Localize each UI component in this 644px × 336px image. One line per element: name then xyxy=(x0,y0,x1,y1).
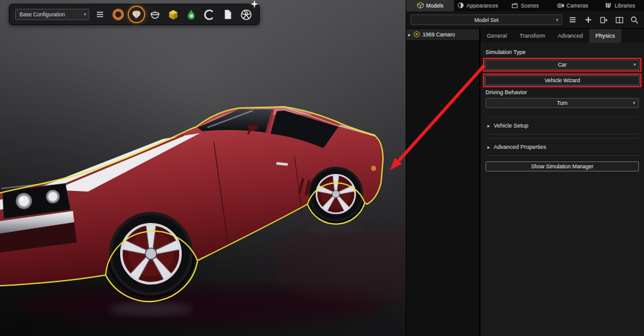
chevron-down-icon: ▾ xyxy=(633,100,635,106)
sparkle-icon xyxy=(250,0,258,11)
chevron-down-icon: ▾ xyxy=(84,12,86,17)
tab-general[interactable]: General xyxy=(480,29,513,43)
list-icon[interactable] xyxy=(92,7,108,22)
section-vehicle-setup[interactable]: ▸ Vehicle Setup xyxy=(486,117,639,134)
annotation-highlight-vehicle-wizard: Vehicle Wizard xyxy=(483,73,641,87)
cube-icon[interactable] xyxy=(165,7,180,22)
section-advanced-properties[interactable]: ▸ Advanced Properties xyxy=(486,138,639,156)
configuration-dropdown[interactable]: Base Configuration ▾ xyxy=(15,9,89,20)
properties-panel: General Transform Advanced Physics Simul… xyxy=(480,29,644,336)
tab-appearances[interactable]: Appearances xyxy=(454,0,502,11)
pot-icon[interactable] xyxy=(147,7,162,22)
tab-advanced[interactable]: Advanced xyxy=(552,29,589,43)
viewport-scene[interactable] xyxy=(0,0,406,336)
simulation-type-value: Car xyxy=(558,62,567,68)
tab-scenes[interactable]: Scenes xyxy=(501,0,549,11)
scene-clapper-icon xyxy=(511,2,518,10)
scene-tree-panel: ▸ 1969 Camaro xyxy=(406,29,480,336)
add-icon[interactable] xyxy=(583,15,593,25)
application-window: Base Configuration ▾ xyxy=(0,0,644,336)
page-icon[interactable] xyxy=(220,7,235,22)
tab-scenes-label: Scenes xyxy=(521,3,538,9)
layout-panes-icon[interactable] xyxy=(614,15,625,25)
export-icon[interactable] xyxy=(599,15,609,25)
brain-icon[interactable] xyxy=(129,7,144,22)
tree-item-label: 1969 Camaro xyxy=(423,31,455,38)
tab-cameras-label: Cameras xyxy=(567,3,588,9)
expand-caret-icon[interactable]: ▸ xyxy=(408,32,411,38)
tree-item-camaro[interactable]: ▸ 1969 Camaro xyxy=(406,29,479,40)
collapse-caret-icon: ▸ xyxy=(487,123,490,129)
list-options-icon[interactable] xyxy=(568,15,578,25)
library-books-icon xyxy=(605,2,612,10)
appearance-sphere-icon xyxy=(457,2,464,10)
arc-rotate-icon[interactable] xyxy=(202,7,217,22)
driving-behavior-dropdown[interactable]: Turn ▾ xyxy=(486,98,639,108)
simulation-type-dropdown[interactable]: Car ▾ xyxy=(485,60,640,70)
tab-models[interactable]: Models xyxy=(406,0,454,11)
panel-main: ▸ 1969 Camaro General Transform Advanced… xyxy=(406,29,644,336)
tab-appearances-label: Appearances xyxy=(467,3,498,9)
tab-libraries[interactable]: Libraries xyxy=(596,0,644,11)
model-set-value: Model Set xyxy=(474,17,498,23)
models-cube-icon xyxy=(417,2,424,10)
chevron-down-icon: ▾ xyxy=(633,62,636,67)
vehicle-wizard-button[interactable]: Vehicle Wizard xyxy=(485,75,640,85)
driving-behavior-label: Driving Behavior xyxy=(486,89,639,95)
camera-icon xyxy=(557,2,564,10)
viewport-3d[interactable]: Base Configuration ▾ xyxy=(0,0,406,336)
model-hexagon-icon xyxy=(413,31,420,39)
material-drop-icon[interactable] xyxy=(184,7,199,22)
driving-behavior-value: Turn xyxy=(557,100,567,106)
physics-tab-content: Simulation Type Car ▾ Vehicle Wizard Dri… xyxy=(480,43,644,171)
simulation-type-label: Simulation Type xyxy=(486,49,639,55)
chevron-down-icon: ▾ xyxy=(556,18,558,23)
tab-libraries-label: Libraries xyxy=(614,3,635,9)
show-simulation-manager-button[interactable]: Show Simulation Manager xyxy=(486,161,639,171)
tab-transform[interactable]: Transform xyxy=(513,29,552,43)
viewport-toolbar: Base Configuration ▾ xyxy=(9,4,260,25)
model-set-dropdown[interactable]: Model Set ▾ xyxy=(411,14,562,25)
tab-models-label: Models xyxy=(426,3,443,9)
tab-physics[interactable]: Physics xyxy=(589,29,621,43)
annotation-highlight-simulation-type: Car ▾ xyxy=(483,58,641,72)
tab-cameras[interactable]: Cameras xyxy=(549,0,597,11)
configuration-dropdown-value: Base Configuration xyxy=(19,11,65,18)
panel-tab-bar: Models Appearances Scenes xyxy=(406,0,644,11)
model-set-row: Model Set ▾ xyxy=(406,11,644,29)
search-icon[interactable] xyxy=(630,15,640,25)
collapse-caret-icon: ▸ xyxy=(487,144,490,150)
variant-ring-icon[interactable] xyxy=(111,7,126,22)
right-panel: Models Appearances Scenes xyxy=(406,0,644,336)
properties-tab-bar: General Transform Advanced Physics xyxy=(480,29,644,43)
